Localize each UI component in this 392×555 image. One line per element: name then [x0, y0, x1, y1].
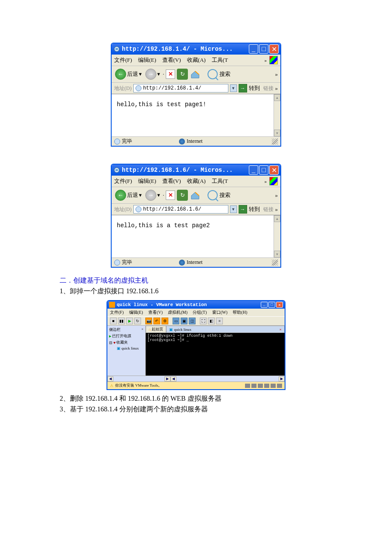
search-label[interactable]: 搜索 [219, 191, 231, 199]
menu-more-icon[interactable]: » [265, 179, 267, 184]
vm-menu-help[interactable]: 帮助(H) [233, 310, 247, 315]
vm-terminal[interactable]: [root@yxgxxl ~]# ifconfig eth0:1 down [r… [146, 333, 285, 376]
menu-file[interactable]: 文件(F) [114, 56, 132, 64]
address-dropdown[interactable]: ▼ [230, 205, 237, 213]
tray-icon[interactable] [258, 384, 263, 388]
links-label[interactable]: 链接 [263, 85, 274, 92]
vm-menu-file[interactable]: 文件(F) [110, 310, 124, 315]
tray-icon[interactable] [245, 384, 250, 388]
scroll-down-icon[interactable]: ▼ [274, 251, 280, 257]
titlebar[interactable]: http://192.168.1.4/ - Micros... _ □ ✕ [112, 43, 280, 55]
toolbar-more-icon[interactable]: » [275, 192, 278, 199]
menu-favorites[interactable]: 收藏(A) [187, 177, 206, 185]
forward-button[interactable]: → ▾ [144, 189, 161, 202]
vm-tb-revert[interactable]: ↶ [153, 318, 160, 324]
vm-tb-reset[interactable]: ↻ [134, 318, 141, 324]
vm-menu-group[interactable]: 分组(T) [193, 310, 207, 315]
home-button[interactable] [190, 69, 201, 80]
close-button[interactable]: ✕ [269, 165, 279, 175]
scrollbar[interactable]: ▲ ▼ [274, 94, 280, 136]
search-label[interactable]: 搜索 [219, 70, 231, 78]
titlebar[interactable]: http://192.168.1.6/ - Micros... _ □ ✕ [112, 165, 280, 176]
go-button[interactable]: → [239, 84, 247, 92]
maximize-button[interactable]: □ [259, 165, 268, 175]
vm-tb-fullscreen[interactable]: ⛶ [200, 318, 207, 324]
scroll-track[interactable] [113, 376, 164, 382]
refresh-button[interactable]: ↻ [177, 190, 188, 201]
stop-button[interactable]: ✕ [166, 69, 175, 79]
vm-tb-view3[interactable]: ◫ [189, 318, 196, 324]
menu-file[interactable]: 文件(F) [114, 177, 132, 185]
search-icon[interactable] [208, 69, 218, 79]
address-dropdown[interactable]: ▼ [230, 84, 237, 92]
scroll-right-icon[interactable]: ▶ [164, 376, 170, 382]
tray-icon[interactable] [264, 384, 269, 388]
back-button[interactable]: ←后退 ▾ [114, 68, 143, 81]
scroll-left-icon[interactable]: ◀ [107, 376, 113, 382]
vm-tb-stop[interactable]: ■ [110, 318, 117, 324]
menu-tools[interactable]: 工具(T [212, 56, 228, 64]
tray-icon[interactable] [251, 384, 257, 388]
scroll-down-icon[interactable]: ▼ [274, 130, 280, 136]
scroll-track-2[interactable] [176, 376, 279, 382]
sidebar-powered[interactable]: ▶已打开电源 [108, 333, 144, 339]
vm-tb-pause[interactable]: ▮▮ [118, 318, 125, 324]
back-button[interactable]: ←后退 ▾ [114, 189, 143, 202]
vm-tb-manage[interactable]: ⚙ [161, 318, 168, 324]
vm-tab-home[interactable]: ⌂起始页 [146, 326, 166, 333]
links-more-icon[interactable]: » [275, 206, 278, 213]
minimize-button[interactable]: _ [261, 302, 268, 308]
links-more-icon[interactable]: » [275, 85, 278, 92]
go-button[interactable]: → [239, 205, 247, 214]
vm-tb-snapshot[interactable]: 📷 [145, 318, 152, 324]
forward-button[interactable]: → ▾ [144, 68, 161, 81]
close-button[interactable]: ✕ [276, 302, 283, 308]
tab-close-icon[interactable]: × [280, 327, 282, 332]
toolbar-more-icon[interactable]: » [275, 71, 278, 78]
sidebar-item-quicklinux[interactable]: ▣quick linux [108, 346, 144, 351]
minimize-button[interactable]: _ [249, 44, 258, 54]
go-label[interactable]: 转到 [249, 84, 260, 92]
scroll-left-icon-2[interactable]: ◀ [170, 376, 176, 382]
vm-menu-vm[interactable]: 虚拟机(M) [168, 310, 187, 315]
scroll-right-icon-2[interactable]: ▶ [279, 376, 285, 382]
tray-icon[interactable] [277, 384, 282, 388]
vm-tb-play[interactable]: ▶ [126, 318, 133, 324]
vm-tb-unity[interactable]: ◧ [208, 318, 215, 324]
minimize-button[interactable]: _ [249, 165, 258, 175]
menu-view[interactable]: 查看(V) [162, 56, 181, 64]
scroll-up-icon[interactable]: ▲ [274, 94, 280, 101]
home-button[interactable] [190, 190, 201, 201]
vm-tb-view2[interactable]: ▣ [181, 318, 187, 324]
resize-grip-icon[interactable] [272, 139, 278, 145]
close-button[interactable]: ✕ [269, 44, 279, 54]
vm-menu-window[interactable]: 窗口(W) [212, 310, 228, 315]
menu-more-icon[interactable]: » [265, 58, 267, 63]
vm-hscroll[interactable]: ◀ ▶ ◀ ▶ [107, 376, 285, 382]
links-label[interactable]: 链接 [263, 206, 274, 213]
scrollbar[interactable]: ▲ ▼ [274, 215, 280, 257]
vm-tb-view1[interactable]: ▭ [173, 318, 179, 324]
sidebar-close-icon[interactable]: × [141, 327, 144, 332]
search-icon[interactable] [208, 190, 218, 200]
maximize-button[interactable]: □ [268, 302, 275, 308]
vm-tb-summary[interactable]: ≡ [216, 318, 223, 324]
refresh-button[interactable]: ↻ [177, 69, 188, 80]
go-label[interactable]: 转到 [249, 205, 260, 213]
address-input[interactable]: http://192.168.1.4/ [133, 84, 228, 92]
menu-edit[interactable]: 编辑(E) [138, 56, 156, 64]
scroll-up-icon[interactable]: ▲ [274, 215, 280, 222]
tray-icon[interactable] [271, 384, 276, 388]
menu-edit[interactable]: 编辑(E) [138, 177, 156, 185]
sidebar-favorites[interactable]: ⊟♥收藏夹 [108, 339, 144, 346]
stop-button[interactable]: ✕ [166, 191, 175, 200]
address-input[interactable]: http://192.168.1.6/ [133, 205, 228, 214]
maximize-button[interactable]: □ [259, 44, 268, 54]
resize-grip-icon[interactable] [272, 260, 278, 266]
vm-titlebar[interactable]: quick linux - VMware Workstation _ □ ✕ [107, 301, 285, 309]
vm-menu-view[interactable]: 查看(V) [148, 310, 163, 315]
menu-tools[interactable]: 工具(T [212, 177, 228, 185]
vm-menu-edit[interactable]: 编辑(E) [129, 310, 143, 315]
menu-view[interactable]: 查看(V) [162, 177, 181, 185]
menu-favorites[interactable]: 收藏(A) [187, 56, 206, 64]
